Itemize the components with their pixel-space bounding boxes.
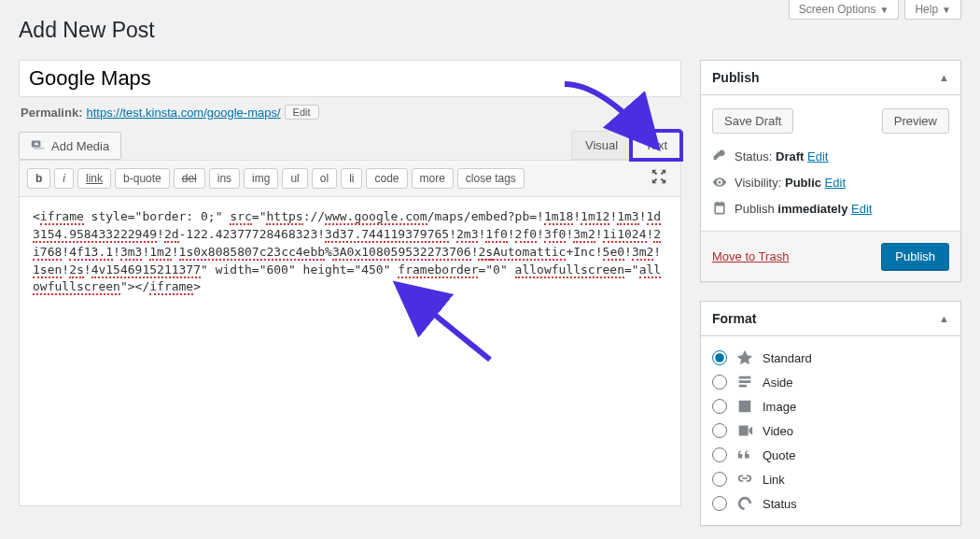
edit-permalink-button[interactable]: Edit <box>285 105 319 120</box>
format-radio[interactable] <box>712 496 727 511</box>
status-icon <box>736 495 753 512</box>
screen-options-button[interactable]: Screen Options ▼ <box>789 0 900 20</box>
qt-del-button[interactable]: del <box>174 168 205 189</box>
format-option-link[interactable]: Link <box>712 467 949 491</box>
publish-button[interactable]: Publish <box>881 243 949 270</box>
tab-text[interactable]: Text <box>631 131 681 160</box>
media-icon <box>31 138 46 153</box>
calendar-icon <box>712 201 727 216</box>
chevron-down-icon: ▼ <box>942 5 951 15</box>
format-radio[interactable] <box>712 472 727 487</box>
format-radio[interactable] <box>712 375 727 390</box>
qt-ins-button[interactable]: ins <box>209 168 240 189</box>
collapse-icon[interactable]: ▲ <box>939 72 949 83</box>
editor-textarea[interactable]: <iframe style="border: 0;" src="https://… <box>20 197 680 505</box>
collapse-icon[interactable]: ▲ <box>939 313 949 324</box>
pin-icon <box>736 349 753 366</box>
qt-ol-button[interactable]: ol <box>312 168 337 189</box>
qt-li-button[interactable]: li <box>341 168 362 189</box>
preview-button[interactable]: Preview <box>882 108 949 134</box>
edit-visibility-link[interactable]: Edit <box>825 176 846 190</box>
permalink-label: Permalink: <box>21 106 82 120</box>
format-option-status[interactable]: Status <box>712 491 949 516</box>
qt-code-button[interactable]: code <box>366 168 407 189</box>
format-radio[interactable] <box>712 447 727 462</box>
quicktags-toolbar: b i link b-quote del ins img ul ol li co… <box>20 161 680 197</box>
qt-italic-button[interactable]: i <box>54 168 74 189</box>
format-label: Video <box>763 424 793 438</box>
publish-title: Publish <box>712 70 760 85</box>
link-icon <box>736 471 753 488</box>
qt-bold-button[interactable]: b <box>27 168 50 189</box>
format-label: Status <box>763 497 797 511</box>
format-radio[interactable] <box>712 399 727 414</box>
publish-box: Publish ▲ Save Draft Preview Status: Dra… <box>700 60 961 282</box>
qt-more-button[interactable]: more <box>412 168 454 189</box>
aside-icon <box>736 374 753 390</box>
video-icon <box>736 422 753 439</box>
key-icon <box>712 149 727 163</box>
format-label: Quote <box>763 448 795 462</box>
format-label: Image <box>763 400 796 414</box>
format-box: Format ▲ StandardAsideImageVideoQuoteLin… <box>700 301 961 526</box>
tab-visual[interactable]: Visual <box>571 131 631 160</box>
format-option-image[interactable]: Image <box>712 394 949 418</box>
format-option-video[interactable]: Video <box>712 418 949 443</box>
format-radio[interactable] <box>712 423 727 438</box>
image-icon <box>736 398 753 415</box>
format-title: Format <box>712 311 756 326</box>
edit-status-link[interactable]: Edit <box>807 149 828 163</box>
fullscreen-icon[interactable] <box>645 166 673 191</box>
post-title-input[interactable] <box>19 60 681 97</box>
qt-bquote-button[interactable]: b-quote <box>115 168 170 189</box>
format-radio[interactable] <box>712 350 727 365</box>
qt-link-button[interactable]: link <box>77 168 111 189</box>
format-label: Aside <box>763 376 793 390</box>
format-label: Standard <box>763 351 812 365</box>
permalink-url[interactable]: https://test.kinsta.com/google-maps/ <box>86 106 280 120</box>
qt-closetags-button[interactable]: close tags <box>457 168 525 189</box>
chevron-down-icon: ▼ <box>880 5 889 15</box>
edit-schedule-link[interactable]: Edit <box>851 202 872 216</box>
qt-img-button[interactable]: img <box>244 168 278 189</box>
format-label: Link <box>763 473 785 487</box>
help-button[interactable]: Help ▼ <box>904 0 961 20</box>
format-option-aside[interactable]: Aside <box>712 370 949 394</box>
save-draft-button[interactable]: Save Draft <box>712 108 793 134</box>
move-trash-link[interactable]: Move to Trash <box>712 249 789 263</box>
quote-icon <box>736 447 753 463</box>
format-option-standard[interactable]: Standard <box>712 346 949 370</box>
eye-icon <box>712 175 727 190</box>
qt-ul-button[interactable]: ul <box>282 168 307 189</box>
add-media-button[interactable]: Add Media <box>19 132 121 160</box>
format-option-quote[interactable]: Quote <box>712 443 949 467</box>
